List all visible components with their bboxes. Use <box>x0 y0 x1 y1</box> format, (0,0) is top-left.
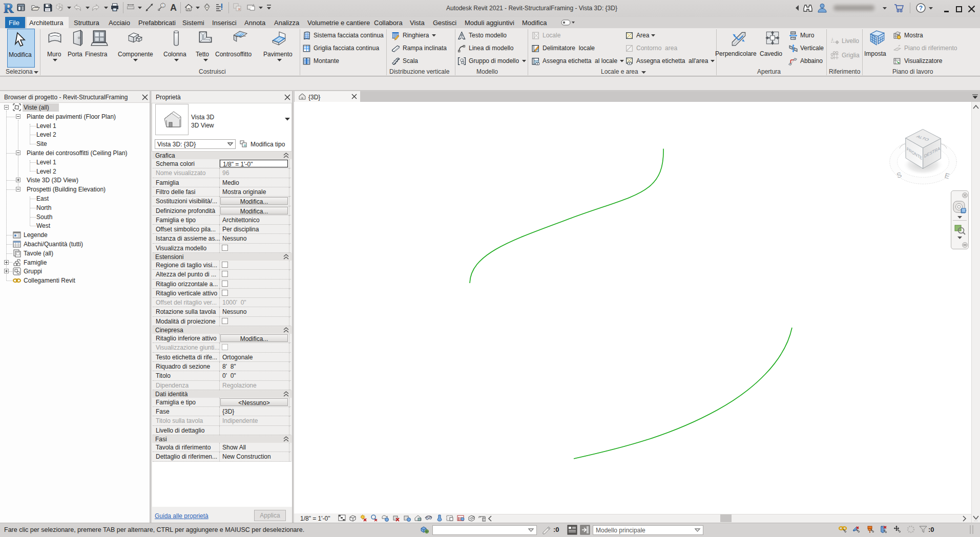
svg-text:1: 1 <box>162 4 164 7</box>
svg-text:?: ? <box>919 5 923 12</box>
svg-text:1: 1 <box>831 37 833 40</box>
svg-text:R: R <box>4 1 14 16</box>
